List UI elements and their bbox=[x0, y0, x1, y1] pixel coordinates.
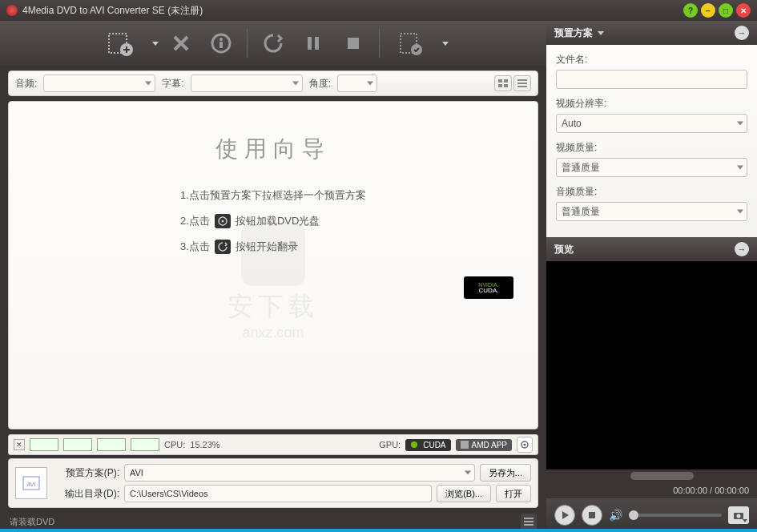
svg-rect-11 bbox=[504, 79, 508, 83]
cuda-badge: NVIDIA. CUDA. bbox=[464, 276, 513, 299]
cpu-meter-1 bbox=[30, 438, 58, 451]
svg-rect-14 bbox=[517, 79, 527, 81]
svg-point-19 bbox=[411, 441, 417, 448]
output-panel: AVI 预置方案(P): AVI 另存为... 输出目录(D): C:\User… bbox=[8, 458, 538, 508]
svg-rect-28 bbox=[589, 512, 595, 518]
cpu-meter-2 bbox=[63, 438, 92, 451]
cpu-value: 15.23% bbox=[190, 440, 219, 449]
svg-rect-4 bbox=[219, 42, 223, 48]
convert-button[interactable] bbox=[256, 26, 291, 61]
add-file-dropdown-icon[interactable] bbox=[152, 42, 159, 46]
svg-rect-20 bbox=[461, 441, 469, 449]
window-title: 4Media DVD to AVI Converter SE (未注册) bbox=[22, 4, 203, 18]
maximize-button[interactable]: □ bbox=[719, 3, 733, 18]
chevron-down-icon bbox=[367, 82, 373, 86]
filename-label: 文件名: bbox=[556, 53, 747, 66]
resolution-select[interactable]: Auto bbox=[556, 114, 747, 133]
browse-button[interactable]: 浏览(B)... bbox=[437, 485, 491, 502]
svg-rect-12 bbox=[498, 84, 502, 87]
chevron-down-icon bbox=[737, 166, 743, 170]
svg-rect-5 bbox=[308, 37, 312, 50]
refresh-icon bbox=[215, 240, 231, 254]
stop-icon bbox=[587, 510, 597, 520]
dest-label: 输出目录(D): bbox=[55, 487, 119, 501]
gpu-cuda-badge[interactable]: CUDA bbox=[405, 439, 450, 451]
log-button[interactable] bbox=[521, 514, 537, 530]
delete-button[interactable] bbox=[163, 26, 199, 61]
resolution-label: 视频分辨率: bbox=[556, 97, 747, 111]
preview-header: 预览 → bbox=[546, 237, 757, 261]
gear-icon bbox=[520, 440, 529, 449]
settings-button[interactable] bbox=[517, 437, 533, 453]
cpu-meter-3 bbox=[97, 438, 126, 451]
svg-rect-7 bbox=[348, 38, 359, 49]
svg-rect-26 bbox=[524, 521, 534, 522]
close-button[interactable]: ✕ bbox=[736, 3, 751, 18]
add-file-button[interactable] bbox=[98, 26, 143, 61]
titlebar: 4Media DVD to AVI Converter SE (未注册) ? −… bbox=[0, 0, 757, 21]
volume-icon[interactable]: 🔊 bbox=[609, 509, 622, 522]
audio-label: 音频: bbox=[15, 77, 37, 91]
wizard-step-3: 3.点击 按钮开始翻录 bbox=[180, 240, 366, 254]
svg-rect-27 bbox=[524, 524, 534, 526]
cpu-meter-4 bbox=[131, 438, 159, 451]
preset-expand-button[interactable]: → bbox=[735, 26, 749, 40]
snapshot-button[interactable] bbox=[728, 506, 749, 524]
play-icon bbox=[560, 510, 570, 520]
audio-select[interactable] bbox=[43, 75, 155, 92]
list-icon bbox=[524, 517, 534, 526]
open-button[interactable]: 打开 bbox=[496, 485, 531, 502]
dest-field[interactable]: C:\Users\CS\Videos bbox=[124, 485, 432, 502]
main-toolbar bbox=[0, 21, 546, 66]
player-controls: 🔊 bbox=[546, 498, 757, 532]
svg-rect-15 bbox=[517, 83, 527, 84]
amd-icon bbox=[461, 441, 469, 449]
help-button[interactable]: ? bbox=[683, 3, 698, 18]
angle-label: 角度: bbox=[309, 77, 331, 91]
svg-text:AVI: AVI bbox=[27, 482, 36, 487]
svg-point-30 bbox=[737, 514, 741, 518]
info-button[interactable] bbox=[203, 26, 239, 61]
svg-rect-13 bbox=[504, 84, 508, 87]
profile-thumbnail: AVI bbox=[15, 467, 47, 499]
chevron-down-icon[interactable] bbox=[598, 31, 604, 35]
subtitle-select[interactable] bbox=[191, 75, 303, 92]
preview-expand-button[interactable]: → bbox=[735, 242, 749, 256]
aquality-label: 音频质量: bbox=[556, 185, 747, 199]
svg-rect-25 bbox=[524, 518, 534, 519]
pause-button[interactable] bbox=[296, 26, 331, 61]
preset-header: 预置方案 → bbox=[546, 21, 757, 45]
saveas-button[interactable]: 另存为... bbox=[480, 464, 531, 482]
edit-button[interactable] bbox=[388, 26, 433, 61]
view-thumbnails-button[interactable] bbox=[494, 75, 512, 91]
wizard-step-2: 2.点击 按钮加载DVD光盘 bbox=[180, 214, 366, 228]
status-text: 请装载DVD bbox=[10, 516, 54, 528]
gpu-amd-badge[interactable]: AMD APP bbox=[456, 439, 512, 451]
svg-point-18 bbox=[221, 220, 223, 223]
stop-button[interactable] bbox=[336, 26, 371, 61]
content-area: 安下载 anxz.com 使用向导 1.点击预置方案下拉框选择一个预置方案 2.… bbox=[8, 101, 538, 429]
view-list-button[interactable] bbox=[513, 75, 531, 91]
edit-dropdown-icon[interactable] bbox=[442, 42, 449, 46]
aquality-select[interactable]: 普通质量 bbox=[556, 202, 747, 221]
chevron-down-icon bbox=[737, 210, 743, 214]
stop-playback-button[interactable] bbox=[582, 505, 602, 526]
play-button[interactable] bbox=[554, 505, 575, 526]
vquality-select[interactable]: 普通质量 bbox=[556, 158, 747, 177]
cpu-label: CPU: bbox=[164, 440, 185, 449]
chevron-down-icon bbox=[737, 122, 743, 126]
nvidia-icon bbox=[410, 441, 420, 449]
profile-select[interactable]: AVI bbox=[124, 464, 475, 482]
gpu-label: GPU: bbox=[379, 440, 401, 449]
filename-input[interactable] bbox=[556, 70, 747, 89]
meters-close-button[interactable]: ✕ bbox=[14, 439, 25, 450]
minimize-button[interactable]: − bbox=[701, 3, 715, 18]
chevron-down-icon bbox=[292, 82, 299, 86]
wizard-step-1: 1.点击预置方案下拉框选择一个预置方案 bbox=[180, 188, 366, 203]
chevron-down-icon bbox=[465, 471, 471, 475]
preview-scrollbar[interactable] bbox=[546, 470, 757, 482]
angle-select[interactable] bbox=[337, 75, 377, 92]
volume-slider[interactable] bbox=[629, 514, 722, 517]
svg-rect-16 bbox=[517, 86, 527, 87]
wizard-title: 使用向导 bbox=[215, 134, 331, 164]
